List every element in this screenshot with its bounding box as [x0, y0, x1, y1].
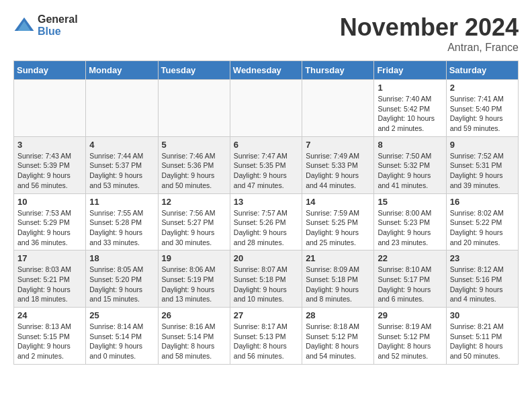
logo-blue: Blue — [38, 26, 78, 38]
day-number: 17 — [17, 253, 82, 263]
cell-content: Daylight: 8 hours and 52 minutes. — [378, 341, 442, 361]
cell-content: Sunset: 5:31 PM — [450, 161, 515, 171]
page-header: General Blue November 2024 Antran, Franc… — [13, 13, 519, 54]
cell-content: Daylight: 9 hours and 59 minutes. — [450, 113, 515, 133]
cell-content: Sunset: 5:15 PM — [17, 332, 82, 342]
day-number: 5 — [162, 140, 226, 150]
calendar-week-3: 10Sunrise: 7:53 AMSunset: 5:29 PMDayligh… — [14, 193, 519, 250]
cell-content: Sunrise: 7:52 AM — [450, 151, 515, 161]
day-number: 13 — [234, 197, 298, 207]
cell-content: Sunset: 5:12 PM — [306, 332, 370, 342]
cell-content: Sunrise: 7:50 AM — [378, 151, 442, 161]
day-number: 10 — [17, 197, 82, 207]
calendar-cell: 14Sunrise: 7:59 AMSunset: 5:25 PMDayligh… — [302, 193, 374, 250]
calendar-cell: 24Sunrise: 8:13 AMSunset: 5:15 PMDayligh… — [14, 308, 86, 365]
calendar-cell: 29Sunrise: 8:19 AMSunset: 5:12 PMDayligh… — [374, 308, 446, 365]
day-number: 26 — [162, 310, 226, 320]
calendar-cell: 23Sunrise: 8:12 AMSunset: 5:16 PMDayligh… — [446, 250, 518, 308]
calendar-cell: 7Sunrise: 7:49 AMSunset: 5:33 PMDaylight… — [302, 136, 374, 193]
cell-content: Sunset: 5:16 PM — [450, 275, 515, 285]
cell-content: Daylight: 9 hours and 30 minutes. — [162, 228, 226, 247]
calendar-cell: 5Sunrise: 7:46 AMSunset: 5:36 PMDaylight… — [158, 136, 230, 193]
day-number: 18 — [89, 253, 154, 263]
calendar-cell: 10Sunrise: 7:53 AMSunset: 5:29 PMDayligh… — [14, 193, 86, 250]
cell-content: Sunrise: 7:59 AM — [306, 208, 370, 218]
cell-content: Sunrise: 7:46 AM — [162, 151, 226, 161]
day-header-friday: Friday — [374, 61, 446, 80]
cell-content: Daylight: 9 hours and 39 minutes. — [450, 171, 515, 190]
cell-content: Sunrise: 7:57 AM — [234, 208, 298, 218]
cell-content: Sunrise: 7:47 AM — [234, 151, 298, 161]
day-header-thursday: Thursday — [302, 61, 374, 80]
cell-content: Daylight: 9 hours and 8 minutes. — [306, 285, 370, 304]
logo-icon — [13, 15, 35, 36]
cell-content: Daylight: 9 hours and 6 minutes. — [378, 285, 442, 304]
cell-content: Sunset: 5:23 PM — [378, 218, 442, 228]
cell-content: Sunset: 5:26 PM — [234, 218, 298, 228]
cell-content: Sunset: 5:17 PM — [378, 275, 442, 285]
cell-content: Daylight: 9 hours and 50 minutes. — [162, 171, 226, 190]
calendar-cell: 28Sunrise: 8:18 AMSunset: 5:12 PMDayligh… — [302, 308, 374, 365]
logo-text: General Blue — [38, 13, 78, 37]
calendar-cell — [302, 80, 374, 137]
cell-content: Daylight: 9 hours and 41 minutes. — [378, 171, 442, 190]
cell-content: Sunrise: 7:43 AM — [17, 151, 82, 161]
cell-content: Sunset: 5:12 PM — [378, 332, 442, 342]
calendar-cell: 15Sunrise: 8:00 AMSunset: 5:23 PMDayligh… — [374, 193, 446, 250]
cell-content: Sunrise: 8:05 AM — [89, 265, 154, 275]
calendar-cell: 8Sunrise: 7:50 AMSunset: 5:32 PMDaylight… — [374, 136, 446, 193]
calendar-week-5: 24Sunrise: 8:13 AMSunset: 5:15 PMDayligh… — [14, 308, 519, 365]
cell-content: Sunset: 5:42 PM — [378, 104, 442, 114]
day-number: 11 — [89, 197, 154, 207]
cell-content: Daylight: 9 hours and 15 minutes. — [89, 285, 154, 304]
cell-content: Sunrise: 8:12 AM — [450, 265, 515, 275]
calendar-table: SundayMondayTuesdayWednesdayThursdayFrid… — [13, 60, 519, 365]
calendar-cell: 26Sunrise: 8:16 AMSunset: 5:14 PMDayligh… — [158, 308, 230, 365]
cell-content: Daylight: 9 hours and 18 minutes. — [17, 285, 82, 304]
day-number: 2 — [450, 83, 515, 93]
day-number: 8 — [378, 140, 442, 150]
cell-content: Daylight: 9 hours and 53 minutes. — [89, 171, 154, 190]
cell-content: Sunrise: 7:55 AM — [89, 208, 154, 218]
day-number: 12 — [162, 197, 226, 207]
cell-content: Daylight: 9 hours and 25 minutes. — [306, 228, 370, 247]
day-number: 28 — [306, 310, 370, 320]
cell-content: Sunset: 5:19 PM — [162, 275, 226, 285]
day-header-wednesday: Wednesday — [230, 61, 302, 80]
cell-content: Daylight: 9 hours and 2 minutes. — [17, 341, 82, 361]
calendar-cell — [14, 80, 86, 137]
cell-content: Sunset: 5:36 PM — [162, 161, 226, 171]
day-number: 30 — [450, 310, 515, 320]
calendar-week-4: 17Sunrise: 8:03 AMSunset: 5:21 PMDayligh… — [14, 250, 519, 308]
calendar-cell — [86, 80, 158, 137]
cell-content: Sunset: 5:20 PM — [89, 275, 154, 285]
cell-content: Sunrise: 8:16 AM — [162, 322, 226, 332]
calendar-cell: 22Sunrise: 8:10 AMSunset: 5:17 PMDayligh… — [374, 250, 446, 308]
day-number: 29 — [378, 310, 442, 320]
calendar-cell: 17Sunrise: 8:03 AMSunset: 5:21 PMDayligh… — [14, 250, 86, 308]
cell-content: Sunset: 5:40 PM — [450, 104, 515, 114]
cell-content: Daylight: 9 hours and 10 minutes. — [234, 285, 298, 304]
day-header-monday: Monday — [86, 61, 158, 80]
cell-content: Sunrise: 8:18 AM — [306, 322, 370, 332]
month-title: November 2024 — [340, 13, 519, 42]
cell-content: Sunset: 5:18 PM — [306, 275, 370, 285]
title-block: November 2024 Antran, France — [340, 13, 519, 54]
cell-content: Daylight: 8 hours and 54 minutes. — [306, 341, 370, 361]
day-number: 21 — [306, 253, 370, 263]
cell-content: Sunrise: 8:10 AM — [378, 265, 442, 275]
cell-content: Sunset: 5:21 PM — [17, 275, 82, 285]
cell-content: Daylight: 9 hours and 13 minutes. — [162, 285, 226, 304]
cell-content: Sunset: 5:33 PM — [306, 161, 370, 171]
calendar-cell: 16Sunrise: 8:02 AMSunset: 5:22 PMDayligh… — [446, 193, 518, 250]
day-number: 7 — [306, 140, 370, 150]
day-number: 27 — [234, 310, 298, 320]
day-number: 4 — [89, 140, 154, 150]
day-number: 9 — [450, 140, 515, 150]
calendar-week-1: 1Sunrise: 7:40 AMSunset: 5:42 PMDaylight… — [14, 80, 519, 137]
cell-content: Sunset: 5:18 PM — [234, 275, 298, 285]
cell-content: Daylight: 9 hours and 47 minutes. — [234, 171, 298, 190]
cell-content: Daylight: 9 hours and 0 minutes. — [89, 341, 154, 361]
cell-content: Sunset: 5:22 PM — [450, 218, 515, 228]
cell-content: Daylight: 9 hours and 4 minutes. — [450, 285, 515, 304]
